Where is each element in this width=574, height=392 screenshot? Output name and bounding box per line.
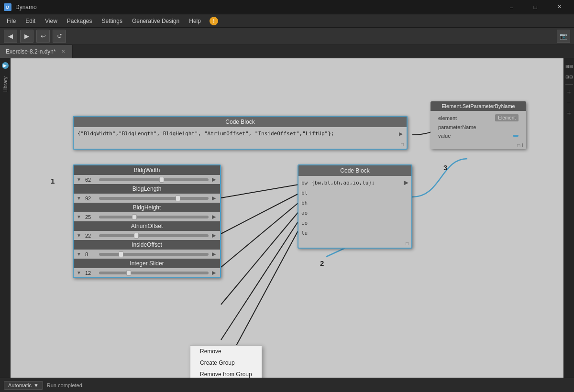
bldglength-thumb[interactable]: [176, 196, 180, 201]
code-block-2-header: Code Block: [298, 165, 411, 176]
close-button[interactable]: ✕: [548, 0, 570, 14]
intslider-thumb[interactable]: [126, 270, 131, 276]
param-node[interactable]: Element.SetParameterByName element Eleme…: [430, 101, 526, 149]
atriumoffset-output-arrow: ▶: [210, 232, 217, 239]
param-node-header: Element.SetParameterByName: [430, 101, 526, 111]
library-label[interactable]: Library: [2, 73, 8, 97]
fit-view-icon[interactable]: +: [565, 109, 574, 117]
bldgwidth-chevron[interactable]: ▼: [77, 177, 83, 182]
intslider-track[interactable]: [99, 272, 209, 274]
ctx-create-group[interactable]: Create Group: [190, 357, 262, 369]
bldgheight-header: BldgHeight: [74, 203, 220, 212]
bldgheight-track[interactable]: [99, 216, 209, 218]
intslider-row: ▼ 12 ▶: [74, 268, 220, 277]
sidebar-toggle-icon[interactable]: ▶: [2, 62, 9, 69]
run-mode-label: Automatic: [8, 382, 32, 388]
param-element-port: Element: [495, 114, 519, 121]
intslider-header: Integer Slider: [74, 259, 220, 268]
svg-line-0: [221, 184, 301, 198]
param-parametername-row: parameterName: [434, 123, 522, 131]
svg-line-2: [221, 200, 301, 267]
context-menu: Remove Create Group Remove from Group Ad…: [190, 345, 262, 378]
number-label-2: 2: [320, 259, 324, 267]
menu-bar: File Edit View Packages Settings Generat…: [0, 14, 574, 28]
undo-button[interactable]: ↩: [36, 30, 50, 43]
bldglength-header: BldgLength: [74, 184, 220, 194]
menu-file[interactable]: File: [2, 16, 21, 26]
menu-generative[interactable]: Generative Design: [127, 16, 184, 26]
insideoffset-track[interactable]: [99, 253, 209, 256]
bldgheight-thumb[interactable]: [132, 214, 137, 220]
cb2-port-bl: bl: [301, 190, 308, 196]
bldglength-chevron[interactable]: ▼: [77, 196, 83, 201]
bldglength-row: ▼ 92 ▶: [74, 194, 220, 203]
status-bar: Automatic ▼ Run completed.: [0, 378, 574, 392]
window-controls: – □ ✕: [500, 0, 570, 14]
right-panel: ⊞⊞ ⊞⊞ + – +: [563, 58, 574, 378]
maximize-button[interactable]: □: [524, 0, 546, 14]
bldgwidth-track[interactable]: [99, 178, 209, 181]
camera-button[interactable]: 📷: [557, 30, 570, 43]
bldglength-track[interactable]: [99, 197, 209, 200]
insideoffset-output-arrow: ▶: [210, 251, 217, 257]
menu-packages[interactable]: Packages: [62, 16, 97, 26]
insideoffset-thumb[interactable]: [119, 251, 123, 257]
bldgwidth-thumb[interactable]: [159, 177, 164, 183]
redo-button[interactable]: ↺: [53, 30, 66, 43]
code-block-2[interactable]: Code Block bw bl bh ao: [298, 164, 412, 249]
ctx-remove-from-group[interactable]: Remove from Group: [190, 369, 262, 378]
cb2-port-lu: lu: [301, 230, 308, 236]
run-mode-selector[interactable]: Automatic ▼: [4, 381, 43, 390]
bldgheight-row: ▼ 25 ▶: [74, 212, 220, 221]
bldgwidth-output-arrow: ▶: [210, 176, 217, 183]
insideoffset-header: InsideOffset: [74, 240, 220, 250]
tab-exercise[interactable]: Exercise-8.2-n.dyn* ✕: [0, 45, 73, 58]
menu-settings[interactable]: Settings: [97, 16, 127, 26]
tab-label: Exercise-8.2-n.dyn*: [6, 48, 56, 55]
canvas[interactable]: Code Block {"BldgWidth","BldgLength","Bl…: [11, 58, 563, 378]
panel-icon-2[interactable]: ⊞⊞: [565, 73, 574, 81]
code-block-1-body: {"BldgWidth","BldgLength","BldgHeight", …: [74, 127, 407, 140]
atriumoffset-thumb[interactable]: [134, 233, 139, 239]
zoom-out-icon[interactable]: –: [565, 98, 574, 107]
intslider-chevron[interactable]: ▼: [77, 270, 83, 275]
bldgheight-value: 25: [85, 214, 97, 220]
minimize-button[interactable]: –: [500, 0, 522, 14]
param-value-row: value: [434, 131, 522, 140]
insideoffset-value: 8: [85, 251, 97, 257]
menu-help[interactable]: Help: [184, 16, 206, 26]
intslider-output-arrow: ▶: [210, 270, 217, 276]
app-title: Dynamo: [15, 4, 497, 11]
zoom-in-icon[interactable]: +: [565, 87, 574, 96]
panel-icon-1[interactable]: ⊞⊞: [565, 62, 574, 71]
insideoffset-row: ▼ 8 ▶: [74, 250, 220, 259]
atriumoffset-value: 22: [85, 233, 97, 239]
bldgwidth-row: ▼ 62 ▶: [74, 175, 220, 184]
svg-line-3: [221, 208, 301, 305]
bldgwidth-value: 62: [85, 177, 97, 183]
ctx-remove[interactable]: Remove: [190, 346, 262, 357]
insideoffset-chevron[interactable]: ▼: [77, 251, 83, 257]
cb2-port-bh: bh: [301, 200, 308, 206]
param-element-row: element Element: [434, 113, 522, 123]
atriumoffset-chevron[interactable]: ▼: [77, 233, 83, 238]
atriumoffset-header: AtriumOffset: [74, 221, 220, 231]
status-text: Run completed.: [47, 382, 84, 388]
intslider-value: 12: [85, 270, 97, 276]
main-area: ▶ Library Code Block: [0, 58, 574, 378]
svg-line-1: [221, 192, 301, 234]
code-block-1[interactable]: Code Block {"BldgWidth","BldgLength","Bl…: [73, 116, 408, 150]
forward-button[interactable]: ▶: [20, 30, 33, 43]
menu-view[interactable]: View: [40, 16, 62, 26]
back-button[interactable]: ◀: [4, 30, 17, 43]
bldgheight-chevron[interactable]: ▼: [77, 214, 83, 219]
bldgheight-output-arrow: ▶: [210, 214, 217, 220]
slider-group: BldgWidth ▼ 62 ▶ BldgLength ▼ 92 ▶ Bld: [73, 164, 221, 278]
title-bar: D Dynamo – □ ✕: [0, 0, 574, 14]
run-mode-chevron: ▼: [33, 382, 39, 388]
svg-line-4: [221, 217, 301, 340]
toolbar: ◀ ▶ ↩ ↺ 📷: [0, 28, 574, 45]
atriumoffset-track[interactable]: [99, 234, 209, 237]
tab-close-icon[interactable]: ✕: [60, 48, 66, 55]
menu-edit[interactable]: Edit: [21, 16, 40, 26]
